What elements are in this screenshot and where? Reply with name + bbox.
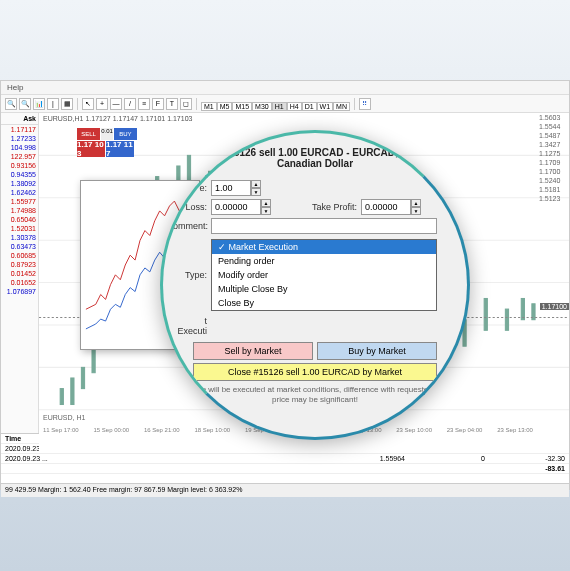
timeframe-m30[interactable]: M30 xyxy=(252,102,272,111)
price-axis: 1.56031.55441.54871.34271.12751.17091.17… xyxy=(537,113,569,433)
shapes-icon[interactable]: ◻ xyxy=(180,98,192,110)
price-row[interactable]: 0.60685 xyxy=(1,251,38,260)
fib-icon[interactable]: F xyxy=(152,98,164,110)
quick-buy-price: 1.17 11 7 xyxy=(106,141,134,157)
type-option[interactable]: Modify order xyxy=(212,268,436,282)
trend-icon[interactable]: / xyxy=(124,98,136,110)
type-option[interactable]: Multiple Close By xyxy=(212,282,436,296)
vol-up[interactable]: ▲ xyxy=(251,180,261,188)
crosshair-icon[interactable]: + xyxy=(96,98,108,110)
chart-symbol-info: EURUSD,H1 1.17127 1.17147 1.17101 1.1710… xyxy=(43,115,192,122)
price-row[interactable]: 0.65046 xyxy=(1,215,38,224)
status-bar: 99 429.59 Margin: 1 562.40 Free margin: … xyxy=(1,483,569,497)
price-row[interactable]: 0.94355 xyxy=(1,170,38,179)
timeframe-w1[interactable]: W1 xyxy=(317,102,334,111)
price-row[interactable]: 1.30378 xyxy=(1,233,38,242)
take-profit-input[interactable] xyxy=(361,199,411,215)
timeframe-mn[interactable]: MN xyxy=(333,102,350,111)
type-label: Type: xyxy=(173,270,211,280)
price-row[interactable]: 1.55977 xyxy=(1,197,38,206)
svg-rect-10 xyxy=(81,367,84,388)
buy-market-button[interactable]: Buy by Market xyxy=(317,342,437,360)
price-row[interactable]: 0.93156 xyxy=(1,161,38,170)
one-click-ticket: SELL 0.01 BUY 1.17 10 3 1.17 11 7 xyxy=(77,128,137,158)
price-row[interactable]: 122.957 xyxy=(1,152,38,161)
price-row[interactable]: 0.87923 xyxy=(1,260,38,269)
take-profit-label: Take Profit: xyxy=(291,202,361,212)
volume-input[interactable] xyxy=(211,180,251,196)
stop-loss-input[interactable] xyxy=(211,199,261,215)
type-dropdown[interactable]: Market ExecutionPending orderModify orde… xyxy=(211,239,437,311)
svg-rect-32 xyxy=(484,298,487,330)
svg-rect-9 xyxy=(71,378,74,404)
timeframe-h1[interactable]: H1 xyxy=(272,102,287,111)
close-position-button[interactable]: Close #15126 sell 1.00 EURCAD by Market xyxy=(193,363,437,381)
quick-vol[interactable]: 0.01 xyxy=(101,128,113,140)
text-icon[interactable]: T xyxy=(166,98,178,110)
price-row[interactable]: 1.38092 xyxy=(1,179,38,188)
execution-note: de will be executed at market conditions… xyxy=(193,385,437,406)
toolbar: 🔍 🔍 📊 | ▦ ↖ + — / ≡ F T ◻ M1M5M15M30H1H4… xyxy=(1,95,569,113)
timeframe-m15[interactable]: M15 xyxy=(232,102,252,111)
type-option[interactable]: Pending order xyxy=(212,254,436,268)
timeframe-m5[interactable]: M5 xyxy=(217,102,233,111)
market-watch-sidebar: Ask 1.171171.27233104.998122.9570.931560… xyxy=(1,113,39,433)
grid-icon[interactable]: ▦ xyxy=(61,98,73,110)
quick-sell-price: 1.17 10 3 xyxy=(77,141,105,157)
comment-input[interactable] xyxy=(211,218,437,234)
cursor-icon[interactable]: ↖ xyxy=(82,98,94,110)
tiles-icon[interactable]: ⠿ xyxy=(359,98,371,110)
exec-label: t Executi xyxy=(173,316,211,336)
quick-sell-button[interactable]: SELL xyxy=(77,128,100,140)
tp-down[interactable]: ▼ xyxy=(411,207,421,215)
timeframe-d1[interactable]: D1 xyxy=(302,102,317,111)
comment-label: omment: xyxy=(173,221,211,231)
chart-footer: EURUSD, H1 xyxy=(43,414,85,421)
price-row[interactable]: 104.998 xyxy=(1,143,38,152)
price-row[interactable]: 1.17117 xyxy=(1,125,38,134)
line-icon[interactable]: — xyxy=(110,98,122,110)
price-row[interactable]: 1.076897 xyxy=(1,287,38,296)
total-profit: -83.61 xyxy=(485,465,565,472)
candle-icon[interactable]: | xyxy=(47,98,59,110)
svg-rect-33 xyxy=(505,309,508,330)
svg-rect-34 xyxy=(521,298,524,319)
price-row[interactable]: 1.74988 xyxy=(1,206,38,215)
timeframe-h4[interactable]: H4 xyxy=(287,102,302,111)
price-row[interactable]: 1.52031 xyxy=(1,224,38,233)
price-row[interactable]: 1.62462 xyxy=(1,188,38,197)
price-row[interactable]: 0.63473 xyxy=(1,242,38,251)
menubar[interactable]: Help xyxy=(1,81,569,95)
price-row[interactable]: 0.01452 xyxy=(1,269,38,278)
channel-icon[interactable]: ≡ xyxy=(138,98,150,110)
quick-buy-button[interactable]: BUY xyxy=(114,128,137,140)
type-option[interactable]: Market Execution xyxy=(212,240,436,254)
sidebar-header: Ask xyxy=(1,113,38,125)
zoom-out-icon[interactable]: 🔍 xyxy=(5,98,17,110)
magnifier-lens: Order #15126 sell 1.00 EURCAD - EURCAD, … xyxy=(160,130,470,440)
timeframe-m1[interactable]: M1 xyxy=(201,102,217,111)
tp-up[interactable]: ▲ xyxy=(411,199,421,207)
price-row[interactable]: 1.27233 xyxy=(1,134,38,143)
sl-down[interactable]: ▼ xyxy=(261,207,271,215)
sell-market-button[interactable]: Sell by Market xyxy=(193,342,313,360)
zoom-in-icon[interactable]: 🔍 xyxy=(19,98,31,110)
price-row[interactable]: 0.01652 xyxy=(1,278,38,287)
chart-type-icon[interactable]: 📊 xyxy=(33,98,45,110)
type-option[interactable]: Close By xyxy=(212,296,436,310)
svg-rect-8 xyxy=(60,389,63,405)
sl-up[interactable]: ▲ xyxy=(261,199,271,207)
vol-down[interactable]: ▼ xyxy=(251,188,261,196)
current-price-badge: 1.17100 xyxy=(540,303,569,310)
